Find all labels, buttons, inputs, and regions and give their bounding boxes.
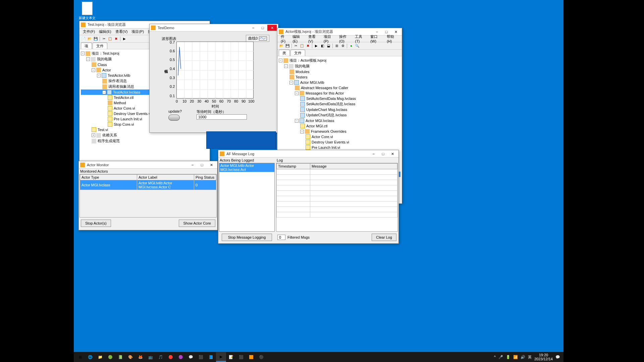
maximize-button[interactable]: □: [197, 162, 207, 168]
tool-icon[interactable]: ⊞: [334, 43, 339, 49]
tray-chevron-icon[interactable]: ^: [494, 355, 496, 359]
tool-icon[interactable]: ⚙: [340, 43, 345, 49]
tool-new-icon[interactable]: 📄: [81, 36, 86, 42]
task-app-icon[interactable]: 🎵: [156, 352, 166, 362]
tree-msg-for[interactable]: −Messages for this Actor: [279, 90, 400, 96]
tool-delete-icon[interactable]: ✖: [113, 36, 119, 42]
task-firefox-icon[interactable]: 🦊: [136, 352, 146, 362]
menu-edit[interactable]: 编辑(E): [290, 34, 306, 44]
tree-updchart-xiaoxi[interactable]: UpdateChart消息.lvclass: [279, 112, 400, 118]
close-button[interactable]: ✕: [207, 162, 216, 168]
tool-open-icon[interactable]: 📂: [87, 36, 92, 42]
chart-legend[interactable]: 曲线0: [246, 35, 269, 42]
system-tray[interactable]: ^ 🎤 🔋 📶 🔊 英 19:20 2023/12/14 💬: [494, 353, 562, 361]
tree-build[interactable]: 程序生成规范: [81, 138, 208, 144]
tab-files[interactable]: 文件: [290, 50, 305, 56]
menu-view[interactable]: 查看(V): [306, 34, 322, 44]
tree-abs-msg[interactable]: Abstract Messages for Caller: [279, 85, 400, 90]
minimize-button[interactable]: −: [249, 25, 258, 31]
tool-cut-icon[interactable]: ✂: [293, 43, 299, 49]
tree-destroy[interactable]: Destroy User Events.vi: [279, 139, 400, 145]
menu-help[interactable]: 帮助(H): [385, 34, 400, 44]
minimize-button[interactable]: −: [369, 151, 378, 157]
clear-log-button[interactable]: Clear Log: [372, 234, 396, 241]
list-item[interactable]: Actor MGI.lvlib:Actor MGI.lvclass:Act: [219, 163, 274, 172]
menu-tools[interactable]: 工具(T): [353, 34, 368, 44]
taskbar[interactable]: ⊞ 🌐 📁 🟢 📗 🎨 🦊 📺 🎵 🔴 🟣 💬 ⬛ 📘 ▶ 📝 ⬛ 🟧 ⚫ ^ …: [74, 352, 564, 362]
close-button[interactable]: ✕: [388, 151, 397, 157]
show-actor-core-button[interactable]: Show Actor Core: [179, 220, 215, 227]
tool-icon[interactable]: ◧: [320, 43, 325, 49]
tree-mgi-class[interactable]: −Actor MGI.lvclass: [279, 118, 400, 123]
update-toggle[interactable]: [168, 115, 180, 121]
tool-open-icon[interactable]: 📂: [279, 43, 284, 49]
menu-edit[interactable]: 编辑(E): [97, 28, 113, 35]
tree-root[interactable]: −项目：Actor模板.lvproj: [279, 58, 400, 63]
tool-cut-icon[interactable]: ✂: [101, 36, 107, 42]
task-app-icon[interactable]: 🟧: [246, 352, 256, 362]
maximize-button[interactable]: □: [258, 25, 267, 31]
task-edge-icon[interactable]: 🌐: [85, 352, 95, 362]
tree-setauto-xiaoxi[interactable]: SetAutoSendData消息.lvclass: [279, 101, 400, 107]
minimize-button[interactable]: −: [188, 162, 197, 168]
maximize-button[interactable]: □: [378, 151, 388, 157]
task-app-icon[interactable]: 📗: [115, 352, 125, 362]
tree-updchart-msg[interactable]: UpdateChart Msg.lvclass: [279, 107, 400, 112]
col-message[interactable]: Message: [310, 164, 397, 169]
tray-wifi-icon[interactable]: 📶: [513, 355, 518, 359]
waveform-chart[interactable]: [176, 42, 254, 99]
tool-save-icon[interactable]: 💾: [285, 43, 290, 49]
tray-time[interactable]: 19:20: [534, 353, 553, 357]
menu-view[interactable]: 查看(V): [113, 28, 130, 35]
stop-actor-button[interactable]: Stop Actor(s): [81, 220, 111, 227]
tray-date[interactable]: 2023/12/14: [534, 357, 553, 361]
tray-ime[interactable]: 英: [528, 355, 532, 360]
tool-search-icon[interactable]: 🔍: [355, 43, 360, 49]
task-app-icon[interactable]: 📺: [146, 352, 156, 362]
task-app-icon[interactable]: 🟣: [176, 352, 186, 362]
col-actor-type[interactable]: Actor Type: [80, 175, 137, 180]
tray-mic-icon[interactable]: 🎤: [498, 355, 503, 359]
tree-lib[interactable]: −Actor MGI.lvlib: [279, 80, 400, 85]
tree-mgi-ctl[interactable]: Actor MGI.ctl: [279, 123, 400, 129]
col-timestamp[interactable]: Timestamp: [277, 164, 310, 169]
menu-project[interactable]: 项目(P): [129, 28, 146, 35]
task-word-icon[interactable]: 📘: [206, 352, 216, 362]
tool-copy-icon[interactable]: 📋: [107, 36, 113, 42]
col-actor-label[interactable]: Actor Label: [137, 175, 194, 180]
start-button[interactable]: ⊞: [75, 352, 85, 362]
tool-run-icon[interactable]: ▶: [122, 36, 127, 42]
tree-setauto-msg[interactable]: SetAutoSendData Msg.lvclass: [279, 96, 400, 101]
tree-modules[interactable]: Modules: [279, 69, 400, 74]
task-labview-icon[interactable]: ▶: [216, 352, 226, 362]
tray-notification-icon[interactable]: 💬: [555, 355, 560, 359]
tray-volume-icon[interactable]: 🔊: [521, 355, 525, 359]
menu-window[interactable]: 窗口(W): [368, 34, 385, 44]
tab-files[interactable]: 文件: [93, 43, 107, 49]
actors-listbox[interactable]: Actor MGI.lvlib:Actor MGI.lvclass:Act: [219, 163, 275, 232]
menu-file[interactable]: 文件(F): [81, 28, 97, 35]
tool-copy-icon[interactable]: 📋: [299, 43, 305, 49]
task-wechat-icon[interactable]: 💬: [186, 352, 196, 362]
task-explorer-icon[interactable]: 📁: [95, 352, 105, 362]
stop-logging-button[interactable]: Stop Message Logging: [222, 234, 272, 241]
task-app-icon[interactable]: ⬛: [196, 352, 206, 362]
tree-fw-over[interactable]: −Framework Overrides: [279, 129, 400, 134]
filter-count-input[interactable]: [277, 235, 285, 240]
tab-items[interactable]: 类: [279, 50, 290, 56]
tray-battery-icon[interactable]: 🔋: [506, 355, 511, 359]
task-obs-icon[interactable]: ⚫: [256, 352, 266, 362]
task-app-icon[interactable]: 🎨: [125, 352, 136, 362]
log-table[interactable]: Timestamp Message: [276, 163, 398, 232]
tab-items[interactable]: 项: [81, 43, 92, 49]
menu-file[interactable]: 件(F): [279, 34, 290, 44]
task-app-icon[interactable]: 🔴: [166, 352, 176, 362]
tool-save-icon[interactable]: 💾: [93, 36, 98, 42]
titlebar-msglog[interactable]: AF Message Log − □ ✕: [218, 150, 398, 158]
tool-run-icon[interactable]: ▶: [314, 43, 319, 49]
table-row[interactable]: Actor MGI.lvclass Actor MGI.lvlib:Actor …: [80, 180, 216, 190]
titlebar-monitor[interactable]: Actor Monitor − □ ✕: [79, 161, 217, 169]
task-app-icon[interactable]: ⬛: [236, 352, 246, 362]
tree-core[interactable]: Actor Core.vi: [279, 134, 400, 139]
tool-icon[interactable]: ⬓: [326, 43, 331, 49]
